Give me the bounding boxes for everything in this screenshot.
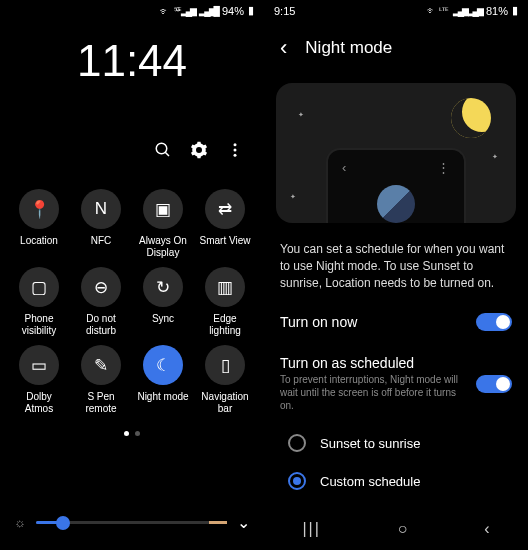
night-mode-screen: 9:15 ᯤ ᴸᵀᴱ ▂▄▆ ▂▄▆ 81% ▮ ‹ Night mode ✦ … bbox=[264, 0, 528, 550]
custom-radio-row[interactable]: Custom schedule bbox=[264, 462, 528, 500]
network-icon: ᯤ bbox=[159, 5, 170, 17]
more-icon: ⋮ bbox=[437, 160, 450, 175]
tile-nfc[interactable]: NNFC bbox=[74, 189, 128, 259]
nav-bar: ||| ○ ‹ bbox=[264, 508, 528, 550]
tile-icon: ▣ bbox=[143, 189, 183, 229]
tile-label: S Pen remote bbox=[74, 391, 128, 415]
tile-do-not-disturb[interactable]: ⊖Do not disturb bbox=[74, 267, 128, 337]
sunset-radio-row[interactable]: Sunset to sunrise bbox=[264, 424, 528, 462]
page-dots bbox=[0, 431, 264, 436]
tile-label: Location bbox=[20, 235, 58, 259]
tile-icon: ⊖ bbox=[81, 267, 121, 307]
gear-icon[interactable] bbox=[190, 141, 208, 159]
back-button[interactable]: ‹ bbox=[280, 35, 287, 61]
row-title: Turn on as scheduled bbox=[280, 355, 470, 371]
more-icon[interactable] bbox=[226, 141, 244, 159]
status-time: 9:15 bbox=[274, 5, 295, 17]
tile-night-mode[interactable]: ☾Night mode bbox=[136, 345, 190, 415]
star-icon: ✦ bbox=[492, 153, 498, 161]
header: ‹ Night mode bbox=[264, 21, 528, 75]
moon-icon bbox=[451, 98, 491, 138]
status-bar: ᯤ ⁵ᴳᴱ ▂▄▆ ▂▄▆█ 94% ▮ bbox=[0, 0, 264, 21]
turn-on-now-row[interactable]: Turn on now bbox=[264, 301, 528, 343]
battery-icon: ▮ bbox=[512, 4, 518, 17]
svg-point-2 bbox=[234, 143, 237, 146]
recents-button[interactable]: ||| bbox=[302, 520, 320, 538]
clock: 11:44 bbox=[0, 36, 264, 86]
tile-icon: ⇄ bbox=[205, 189, 245, 229]
star-icon: ✦ bbox=[290, 193, 296, 201]
tile-label: Smart View bbox=[200, 235, 251, 259]
battery-icon: ▮ bbox=[248, 4, 254, 17]
tile-label: Dolby Atmos bbox=[12, 391, 66, 415]
phone-preview: ‹⋮ bbox=[326, 148, 466, 223]
tile-navigation-bar[interactable]: ▯Navigation bar bbox=[198, 345, 252, 415]
page-title: Night mode bbox=[305, 38, 392, 58]
page-dot-2[interactable] bbox=[135, 431, 140, 436]
chevron-down-icon[interactable]: ⌄ bbox=[237, 513, 250, 532]
tile-label: Navigation bar bbox=[198, 391, 252, 415]
tile-smart-view[interactable]: ⇄Smart View bbox=[198, 189, 252, 259]
row-subtitle: To prevent interruptions, Night mode wil… bbox=[280, 373, 470, 412]
tile-icon: 📍 bbox=[19, 189, 59, 229]
tile-icon: ▢ bbox=[19, 267, 59, 307]
tile-icon: ✎ bbox=[81, 345, 121, 385]
tile-icon: ▭ bbox=[19, 345, 59, 385]
svg-point-0 bbox=[156, 143, 167, 154]
tile-location[interactable]: 📍Location bbox=[12, 189, 66, 259]
tile-label: Do not disturb bbox=[74, 313, 128, 337]
turn-on-scheduled-row[interactable]: Turn on as scheduled To prevent interrup… bbox=[264, 343, 528, 424]
svg-line-1 bbox=[165, 152, 169, 156]
back-button[interactable]: ‹ bbox=[484, 520, 489, 538]
radio-label: Custom schedule bbox=[320, 474, 420, 489]
row-title: Turn on now bbox=[280, 314, 357, 330]
battery-pct: 81% bbox=[486, 5, 508, 17]
signal-icon: ▂▄▆ ▂▄▆ bbox=[453, 6, 482, 16]
svg-point-4 bbox=[234, 154, 237, 157]
preview-circle bbox=[377, 185, 415, 223]
svg-point-3 bbox=[234, 149, 237, 152]
chevron-left-icon: ‹ bbox=[342, 160, 346, 175]
tile-dolby-atmos[interactable]: ▭Dolby Atmos bbox=[12, 345, 66, 415]
tile-phone-visibility[interactable]: ▢Phone visibility bbox=[12, 267, 66, 337]
signal-icon: ⁵ᴳᴱ ▂▄▆ bbox=[174, 6, 195, 16]
radio-label: Sunset to sunrise bbox=[320, 436, 420, 451]
tile-icon: ▯ bbox=[205, 345, 245, 385]
tile-label: Always On Display bbox=[136, 235, 190, 259]
tile-icon: ☾ bbox=[143, 345, 183, 385]
tile-icon: N bbox=[81, 189, 121, 229]
tile-label: Night mode bbox=[137, 391, 188, 415]
tile-label: Phone visibility bbox=[12, 313, 66, 337]
sunset-radio[interactable] bbox=[288, 434, 306, 452]
tile-label: Edge lighting bbox=[198, 313, 252, 337]
network-icon: ᯤ ᴸᵀᴱ bbox=[427, 6, 449, 16]
tile-label: NFC bbox=[91, 235, 112, 259]
brightness-slider[interactable] bbox=[36, 521, 227, 524]
brightness-bar: ☼ ⌄ bbox=[0, 513, 264, 532]
tile-sync[interactable]: ↻Sync bbox=[136, 267, 190, 337]
custom-radio[interactable] bbox=[288, 472, 306, 490]
sun-icon: ☼ bbox=[14, 515, 26, 530]
page-dot-1[interactable] bbox=[124, 431, 129, 436]
tile-icon: ↻ bbox=[143, 267, 183, 307]
tile-label: Sync bbox=[152, 313, 174, 337]
hero-illustration: ✦ ✦ ✦ ‹⋮ bbox=[276, 83, 516, 223]
wifi-icon: ▂▄▆█ bbox=[199, 6, 218, 16]
top-actions bbox=[0, 141, 264, 159]
star-icon: ✦ bbox=[298, 111, 304, 119]
quick-settings-screen: ᯤ ⁵ᴳᴱ ▂▄▆ ▂▄▆█ 94% ▮ 11:44 📍LocationNNFC… bbox=[0, 0, 264, 550]
scheduled-toggle[interactable] bbox=[476, 375, 512, 393]
home-button[interactable]: ○ bbox=[398, 520, 408, 538]
tile-always-on-display[interactable]: ▣Always On Display bbox=[136, 189, 190, 259]
battery-pct: 94% bbox=[222, 5, 244, 17]
description-text: You can set a schedule for when you want… bbox=[264, 231, 528, 301]
tile-grid: 📍LocationNNFC▣Always On Display⇄Smart Vi… bbox=[0, 189, 264, 415]
tile-s-pen-remote[interactable]: ✎S Pen remote bbox=[74, 345, 128, 415]
turn-on-now-toggle[interactable] bbox=[476, 313, 512, 331]
tile-edge-lighting[interactable]: ▥Edge lighting bbox=[198, 267, 252, 337]
tile-icon: ▥ bbox=[205, 267, 245, 307]
status-bar: 9:15 ᯤ ᴸᵀᴱ ▂▄▆ ▂▄▆ 81% ▮ bbox=[264, 0, 528, 21]
search-icon[interactable] bbox=[154, 141, 172, 159]
